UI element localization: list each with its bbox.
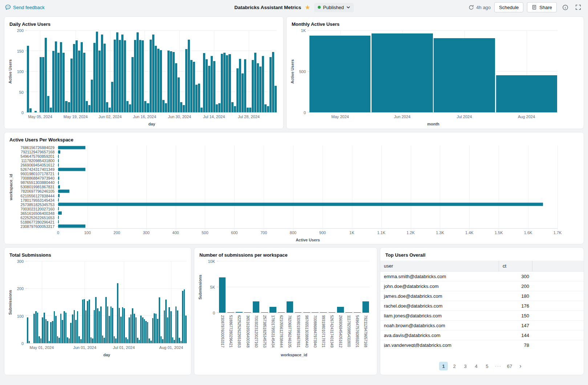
bar[interactable] (247, 108, 249, 113)
column-header-ct[interactable]: ct (499, 261, 532, 271)
bar[interactable] (27, 317, 28, 343)
bar[interactable] (98, 51, 101, 112)
favorite-star-icon[interactable]: ★ (305, 4, 310, 11)
bar[interactable] (162, 100, 165, 112)
bar[interactable] (58, 155, 59, 158)
bar[interactable] (236, 312, 243, 313)
bar[interactable] (87, 301, 88, 343)
bar[interactable] (120, 317, 122, 344)
bar[interactable] (295, 312, 302, 313)
bar[interactable] (47, 96, 49, 112)
bar[interactable] (170, 51, 172, 112)
bar[interactable] (272, 52, 274, 113)
bar[interactable] (177, 310, 178, 343)
bar[interactable] (57, 336, 58, 343)
bar[interactable] (234, 106, 236, 112)
fullscreen-icon[interactable] (573, 3, 583, 12)
bar[interactable] (203, 53, 205, 112)
bar[interactable] (60, 314, 62, 343)
bar[interactable] (259, 67, 261, 112)
share-button[interactable]: Share (527, 2, 557, 12)
bar[interactable] (287, 301, 293, 313)
bar[interactable] (226, 55, 228, 113)
bar[interactable] (75, 320, 77, 343)
bar[interactable] (134, 314, 135, 343)
bar[interactable] (65, 101, 67, 113)
bar[interactable] (154, 313, 155, 344)
bar[interactable] (58, 207, 59, 210)
bar[interactable] (135, 317, 137, 343)
bar[interactable] (92, 338, 93, 344)
bar[interactable] (112, 308, 113, 344)
bar[interactable] (145, 321, 147, 344)
bar[interactable] (35, 311, 37, 344)
bar[interactable] (185, 316, 187, 344)
bar[interactable] (70, 59, 73, 113)
bar[interactable] (99, 311, 100, 344)
bar[interactable] (100, 306, 102, 343)
bar[interactable] (261, 312, 268, 313)
bar[interactable] (167, 51, 170, 112)
bar[interactable] (139, 40, 141, 112)
bar[interactable] (147, 103, 149, 112)
bar[interactable] (114, 336, 115, 343)
bar[interactable] (132, 308, 133, 343)
bar[interactable] (193, 62, 195, 113)
bar[interactable] (252, 60, 254, 112)
bar[interactable] (114, 40, 116, 112)
bar[interactable] (83, 53, 85, 112)
bar[interactable] (236, 68, 239, 113)
bar[interactable] (42, 317, 43, 343)
bar[interactable] (149, 338, 150, 344)
bar[interactable] (37, 313, 38, 343)
bar[interactable] (218, 103, 220, 112)
bar[interactable] (337, 307, 344, 313)
bar[interactable] (65, 313, 67, 343)
bar[interactable] (117, 283, 118, 343)
bar[interactable] (165, 103, 167, 112)
bar[interactable] (107, 306, 109, 343)
bar[interactable] (121, 35, 123, 112)
bar[interactable] (216, 104, 218, 113)
bar[interactable] (264, 104, 267, 113)
bar[interactable] (208, 66, 210, 112)
bar[interactable] (185, 49, 187, 112)
bar[interactable] (269, 307, 276, 313)
bar[interactable] (29, 108, 32, 112)
bar[interactable] (131, 57, 134, 112)
bar[interactable] (58, 159, 59, 163)
bar[interactable] (312, 312, 319, 313)
bar[interactable] (129, 104, 131, 113)
bar[interactable] (144, 319, 145, 343)
send-feedback-link[interactable]: Send feedback (5, 4, 45, 10)
bar[interactable] (85, 310, 87, 343)
bar[interactable] (184, 289, 185, 344)
bar[interactable] (434, 38, 495, 112)
bar[interactable] (179, 338, 180, 343)
bar[interactable] (257, 63, 259, 112)
bar[interactable] (496, 75, 557, 112)
bar[interactable] (58, 220, 59, 224)
bar[interactable] (122, 307, 123, 343)
bar[interactable] (213, 61, 215, 112)
bar[interactable] (58, 198, 59, 202)
bar[interactable] (269, 57, 272, 112)
bar[interactable] (159, 297, 160, 343)
bar[interactable] (174, 340, 175, 343)
bar[interactable] (160, 50, 162, 112)
bar[interactable] (73, 44, 75, 112)
bar[interactable] (167, 317, 169, 343)
bar[interactable] (93, 43, 96, 112)
bar[interactable] (94, 310, 95, 344)
bar[interactable] (142, 40, 144, 112)
bar[interactable] (106, 102, 108, 112)
bar[interactable] (96, 32, 98, 112)
bar[interactable] (170, 311, 172, 344)
bar[interactable] (54, 311, 55, 344)
bar[interactable] (181, 341, 182, 343)
bar[interactable] (104, 44, 106, 112)
bar[interactable] (206, 59, 208, 112)
bar[interactable] (169, 307, 170, 343)
bar[interactable] (137, 32, 139, 113)
bar[interactable] (157, 49, 159, 113)
